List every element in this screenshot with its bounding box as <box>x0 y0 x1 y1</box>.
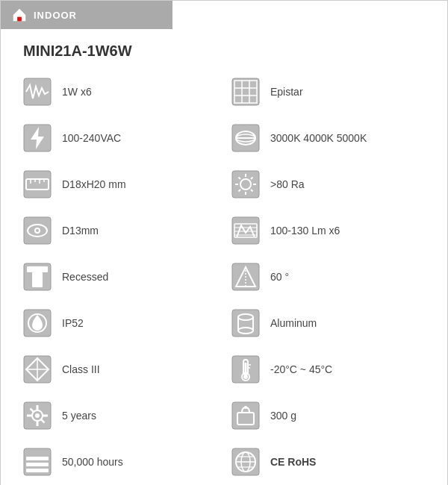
svg-rect-34 <box>232 217 259 244</box>
svg-rect-41 <box>32 272 43 287</box>
sun-icon <box>230 169 261 200</box>
svg-point-65 <box>35 413 40 418</box>
header-label: INDOOR <box>34 10 77 21</box>
spec-temp: -20°C ~ 45°C <box>224 346 432 392</box>
spec-ip: IP52 <box>16 300 224 346</box>
svg-rect-2 <box>232 78 259 105</box>
specs-grid: 1W x6 Epistar 100-240VAC <box>1 69 447 485</box>
spec-warranty: 5 years <box>16 392 224 439</box>
bars-icon <box>22 446 53 478</box>
spec-cri: >80 Ra <box>224 161 432 207</box>
weight-icon <box>230 400 261 431</box>
spec-color-temp-label: 3000K 4000K 5000K <box>270 132 367 144</box>
spec-mount-label: Recessed <box>62 271 108 283</box>
waveform-icon <box>22 76 53 107</box>
spec-beam-angle-label: 60 ° <box>270 271 289 283</box>
house-icon <box>11 7 28 23</box>
spec-dimensions: D18xH20 mm <box>16 161 224 207</box>
header-bar: INDOOR <box>1 1 172 29</box>
spec-voltage: 100-240VAC <box>16 115 224 161</box>
spec-beam-angle: 60 ° <box>224 254 432 300</box>
svg-rect-76 <box>26 457 49 460</box>
spec-power: 1W x6 <box>16 69 224 115</box>
wave-bars-icon <box>230 215 261 246</box>
gear-wrench-icon <box>22 400 53 431</box>
thermometer-icon <box>230 354 261 385</box>
model-title: MINI21A-1W6W <box>1 29 447 69</box>
spec-lumen: 100-130 Lm x6 <box>224 207 432 254</box>
spec-lifetime-label: 50,000 hours <box>62 456 123 468</box>
spec-led-label: Epistar <box>270 86 303 98</box>
spec-beam-d: D13mm <box>16 207 224 254</box>
spec-class: Class III <box>16 346 224 392</box>
spec-material: Aluminum <box>224 300 432 346</box>
svg-rect-14 <box>24 171 51 198</box>
spec-ip-label: IP52 <box>62 317 84 329</box>
svg-rect-40 <box>27 266 48 272</box>
spec-lumen-label: 100-130 Lm x6 <box>270 225 340 237</box>
spec-dimensions-label: D18xH20 mm <box>62 178 126 190</box>
svg-point-60 <box>243 375 248 379</box>
water-drop-icon <box>22 307 53 339</box>
spec-voltage-label: 100-240VAC <box>62 132 121 144</box>
oval-lines-icon <box>230 122 261 154</box>
spec-mount: Recessed <box>16 254 224 300</box>
spec-cri-label: >80 Ra <box>270 178 305 190</box>
triangle-icon <box>230 261 261 292</box>
spec-warranty-label: 5 years <box>62 410 96 422</box>
spec-material-label: Aluminum <box>270 317 317 329</box>
spec-color-temp: 3000K 4000K 5000K <box>224 115 432 161</box>
diamond-lines-icon <box>22 354 53 385</box>
eye-icon <box>22 215 53 246</box>
recessed-icon <box>22 261 53 292</box>
spec-led: Epistar <box>224 69 432 115</box>
spec-ce-rohs-label: CE RoHS <box>270 456 316 468</box>
spec-ce-rohs: CE RoHS <box>224 439 432 485</box>
svg-point-74 <box>244 406 247 409</box>
svg-rect-0 <box>17 17 22 22</box>
spec-lifetime: 50,000 hours <box>16 439 224 485</box>
ruler-icon <box>22 169 53 200</box>
svg-point-33 <box>36 229 39 232</box>
cylinder-icon <box>230 307 261 339</box>
spec-weight-label: 300 g <box>270 410 296 422</box>
bolt-icon <box>22 122 53 154</box>
spec-temp-label: -20°C ~ 45°C <box>270 363 332 375</box>
svg-rect-77 <box>26 463 49 466</box>
spec-beam-d-label: D13mm <box>62 225 99 237</box>
spec-power-label: 1W x6 <box>62 86 92 98</box>
spec-class-label: Class III <box>62 363 100 375</box>
spec-weight: 300 g <box>224 392 432 439</box>
svg-rect-78 <box>26 469 49 472</box>
globe-icon <box>230 446 261 478</box>
grid-icon <box>230 76 261 107</box>
